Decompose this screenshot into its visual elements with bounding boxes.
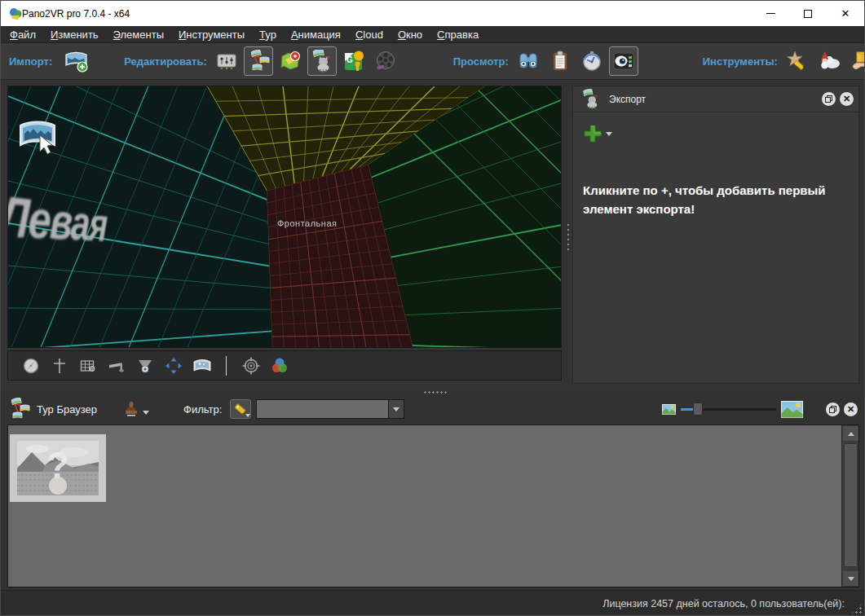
compass-icon bbox=[22, 357, 40, 375]
output-preview-button[interactable] bbox=[609, 46, 638, 76]
tour-close-button[interactable]: ✕ bbox=[844, 403, 858, 416]
tour-browser-panel: Тур Браузер Фильтр: bbox=[1, 395, 864, 590]
map-button[interactable] bbox=[276, 46, 305, 76]
app-window: Pano2VR pro 7.0.4 - x64 ✕ Файл Изменить … bbox=[0, 0, 865, 616]
menu-elements[interactable]: Элементы bbox=[106, 26, 171, 43]
properties-button[interactable] bbox=[212, 46, 241, 76]
target-icon bbox=[241, 356, 261, 376]
menu-file[interactable]: Файл bbox=[2, 26, 43, 43]
find-button[interactable] bbox=[514, 46, 543, 76]
maximize-icon bbox=[804, 10, 812, 18]
close-icon: ✕ bbox=[841, 8, 850, 19]
grid-icon bbox=[79, 357, 97, 375]
workspace: Левая Фронтальная bbox=[1, 80, 864, 389]
maximize-button[interactable] bbox=[789, 1, 827, 26]
stamp-menu-button[interactable] bbox=[123, 400, 149, 418]
project-notes-button[interactable] bbox=[545, 46, 575, 76]
publish-button[interactable] bbox=[846, 46, 865, 76]
view-cone-button[interactable] bbox=[132, 354, 157, 377]
street-view-button[interactable]: G bbox=[339, 46, 369, 76]
menu-cloud[interactable]: Cloud bbox=[348, 26, 391, 43]
panorama-mode-button[interactable] bbox=[189, 354, 214, 377]
panorama-strip-icon bbox=[192, 357, 212, 375]
tour-browser-list[interactable]: ? bbox=[7, 425, 859, 587]
limits-button[interactable] bbox=[104, 354, 129, 377]
combo-dropdown-button[interactable] bbox=[388, 400, 404, 418]
tour-browser-header: Тур Браузер Фильтр: bbox=[1, 395, 864, 423]
tour-map-button[interactable] bbox=[244, 46, 273, 76]
large-thumbnail-icon bbox=[781, 401, 803, 418]
filter-tag-button[interactable] bbox=[230, 399, 251, 419]
panorama-cursor-icon bbox=[18, 119, 57, 156]
scrollbar-thumb[interactable] bbox=[844, 443, 858, 567]
menu-animation[interactable]: Анимация bbox=[284, 26, 348, 43]
export-panel-body: Кликните по +, чтобы добавить первый эле… bbox=[573, 112, 858, 231]
face-label-front: Фронтальная bbox=[277, 218, 338, 228]
cloud-gnome-button[interactable] bbox=[814, 46, 844, 76]
chevron-down-icon bbox=[245, 414, 250, 417]
menu-tools[interactable]: Инструменты bbox=[171, 26, 252, 43]
export-close-button[interactable]: ✕ bbox=[840, 92, 854, 106]
chevron-down-icon bbox=[606, 132, 612, 136]
small-thumbnail-icon bbox=[662, 404, 676, 415]
app-icon bbox=[8, 7, 23, 21]
vertical-splitter[interactable] bbox=[564, 222, 572, 252]
splitter-grip bbox=[423, 390, 448, 394]
tools-section-label: Инструменты: bbox=[703, 55, 778, 68]
panorama-thumbnail[interactable]: ? bbox=[10, 434, 106, 502]
list-scrollbar[interactable] bbox=[841, 425, 858, 587]
properties-icon bbox=[215, 50, 238, 73]
view-cone-icon bbox=[136, 357, 154, 375]
street-view-icon: G bbox=[342, 50, 365, 73]
thumbnail-size-slider[interactable] bbox=[681, 402, 776, 416]
tour-float-button[interactable] bbox=[826, 403, 840, 416]
skin-editor-button[interactable] bbox=[307, 46, 337, 76]
horizontal-splitter[interactable] bbox=[1, 389, 864, 395]
center-view-button[interactable] bbox=[238, 354, 263, 377]
chevron-down-icon bbox=[393, 407, 399, 411]
close-icon: ✕ bbox=[847, 405, 854, 414]
edit-section-label: Редактировать: bbox=[124, 55, 207, 68]
import-section-label: Импорт: bbox=[9, 55, 52, 68]
panorama-viewer[interactable]: Левая Фронтальная bbox=[7, 86, 562, 348]
color-correction-button[interactable] bbox=[267, 354, 292, 377]
import-panorama-button[interactable] bbox=[62, 46, 91, 76]
menu-help[interactable]: Справка bbox=[430, 26, 486, 43]
cross-marker-icon bbox=[51, 357, 68, 375]
menu-tour[interactable]: Тур bbox=[252, 26, 284, 43]
chevron-up-icon bbox=[848, 432, 854, 436]
time-button[interactable] bbox=[577, 46, 607, 76]
export-panel-title: Экспорт bbox=[609, 94, 646, 105]
video-button[interactable] bbox=[371, 46, 400, 76]
menu-edit[interactable]: Изменить bbox=[43, 26, 106, 43]
export-float-button[interactable] bbox=[822, 92, 836, 106]
grid-button[interactable] bbox=[75, 354, 100, 377]
svg-text:G: G bbox=[346, 55, 353, 64]
move-arrows-icon bbox=[165, 357, 183, 375]
plus-icon bbox=[583, 124, 602, 143]
add-export-button[interactable] bbox=[583, 124, 612, 143]
filter-value bbox=[257, 400, 388, 418]
pan-mode-button[interactable] bbox=[161, 354, 186, 377]
tour-browser-title: Тур Браузер bbox=[37, 403, 97, 416]
minimize-button[interactable] bbox=[752, 1, 789, 26]
export-panel-header: Экспорт ✕ bbox=[573, 86, 858, 112]
float-icon bbox=[825, 95, 832, 103]
chevron-down-icon bbox=[143, 411, 149, 415]
title-bar: Pano2VR pro 7.0.4 - x64 ✕ bbox=[1, 1, 864, 26]
resize-grip[interactable] bbox=[851, 603, 863, 614]
menu-window[interactable]: Окно bbox=[391, 26, 430, 43]
gnome-cloud-icon bbox=[818, 50, 841, 73]
filter-combobox[interactable] bbox=[256, 399, 404, 419]
scroll-up-button[interactable] bbox=[843, 426, 858, 441]
viewer-toolbar-separator bbox=[226, 356, 227, 376]
node-marker-button[interactable] bbox=[46, 354, 72, 377]
close-button[interactable]: ✕ bbox=[827, 1, 864, 26]
slider-handle[interactable] bbox=[693, 403, 703, 416]
view-section-label: Просмотр: bbox=[453, 55, 509, 68]
compass-button[interactable] bbox=[18, 354, 43, 377]
patch-editor-button[interactable] bbox=[783, 46, 812, 76]
minimize-icon bbox=[766, 13, 775, 14]
scroll-down-button[interactable] bbox=[843, 571, 858, 586]
stamp-icon bbox=[123, 400, 139, 418]
